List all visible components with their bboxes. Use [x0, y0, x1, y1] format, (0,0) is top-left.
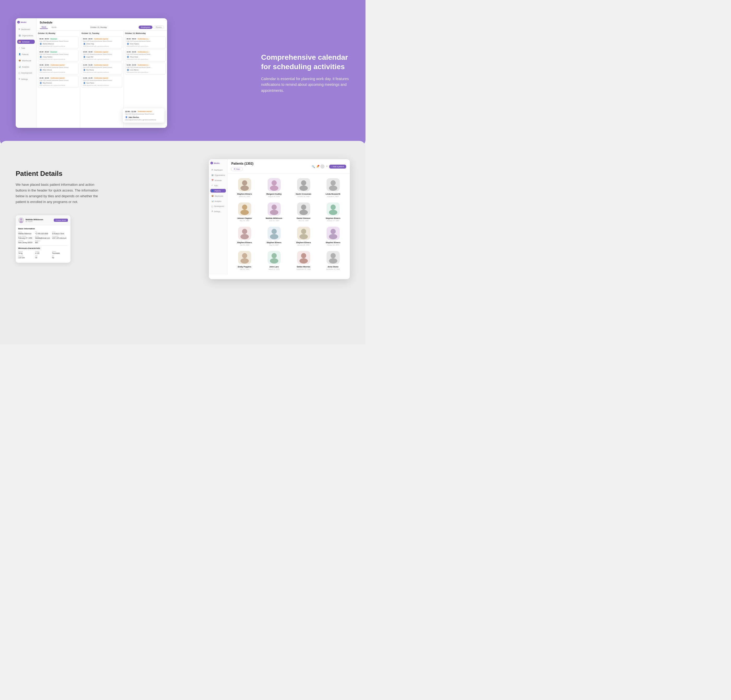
svg-point-14 — [301, 205, 306, 210]
appointment-card[interactable]: 11:00 - 11:30 Confirmation required Cab … — [81, 63, 122, 74]
sidebar-label: Patients — [22, 53, 28, 55]
ps-item-analytics[interactable]: 📊 Analytics — [210, 199, 226, 203]
box-icon: 📦 — [211, 195, 214, 197]
svg-point-30 — [301, 253, 306, 258]
appointment-card[interactable]: 09:00 - 09:30 Confirmation required Cab … — [81, 37, 122, 48]
view-rooms[interactable]: Rooms — [154, 26, 164, 29]
sidebar-item-organizations[interactable]: 🏢 Organizations — [17, 34, 35, 38]
ps-item-settings[interactable]: ⚙ Settings — [210, 209, 226, 213]
appointment-desc: Initial appointment with a general pract… — [40, 85, 77, 86]
gear-icon[interactable]: ⚙ — [326, 165, 327, 167]
patient-card-8[interactable]: Stephen Elmers January 17, 1983 — [318, 200, 348, 224]
search-icon[interactable]: 🔍 — [312, 165, 315, 168]
sidebar-item-todo[interactable]: ✓ Todo — [17, 46, 35, 50]
patient-dob: March 03, 1965 — [239, 196, 250, 197]
appointment-cab: Cab #123 General practitioner Daniel Gim… — [125, 113, 162, 115]
patient-card-14[interactable]: John Lars March 14, 1975 — [259, 248, 289, 272]
gear-icon: ⚙ — [19, 78, 20, 80]
patient-dob: May 10, 1990 — [240, 220, 249, 221]
tab-month[interactable]: Month — [50, 26, 58, 29]
ps-item-organizations[interactable]: 🏢 Organizations — [210, 173, 226, 177]
ps-item-patients[interactable]: 👤 Patients — [210, 189, 226, 193]
day-header: October 13, Wednesday — [125, 32, 166, 34]
info-balance: Balance $40 — [35, 240, 51, 243]
patients-header: Patients (1302) ⚙ Filter 🔍 � — [228, 159, 350, 173]
patient-card-9[interactable]: Stephen Elmers July 02, 1993 — [230, 224, 259, 248]
svg-point-31 — [299, 258, 308, 264]
patient-photo — [268, 251, 280, 264]
appointment-card[interactable]: 10:00 - 10:30 Confirmation required Cab … — [81, 50, 122, 61]
appointment-card[interactable]: 09:00 - 09:30 Examined Cab #123 General … — [38, 50, 79, 61]
ps-item-warehouse[interactable]: 📦 Warehouse — [210, 194, 226, 198]
appointment-popup[interactable]: 12:00 - 12:30 Confirmation required Cab … — [123, 108, 164, 123]
patient-card-16[interactable]: Anna Stone December 01, 1982 — [318, 248, 348, 272]
svg-point-28 — [272, 253, 277, 258]
patient-description: Patient Details We have placed basic pat… — [16, 154, 104, 263]
info-dob: Date of birth February 27, 1959 — [18, 236, 34, 239]
patient-card-3[interactable]: Gavin Crossman October 16, 1968 — [289, 176, 318, 200]
logo-text: Medic — [21, 21, 26, 23]
avatar: 👤 — [40, 56, 42, 58]
logo-icon: + — [17, 21, 20, 23]
sidebar-item-analytics[interactable]: 📊 Analytics — [17, 65, 35, 69]
appointment-time: 10:00 - 10:30 Confirmation required — [40, 77, 77, 79]
patient-card-1[interactable]: Stephen Elmers March 03, 1965 — [230, 176, 259, 200]
schedule-header: Schedule Week Month October 10, Monday E… — [37, 18, 167, 31]
appointment-time: 09:00 - 09:30 Confirmation required — [83, 38, 120, 40]
patient-card-15[interactable]: Stefan Morries September 22, 1969 — [289, 248, 318, 272]
sidebar-item-dashboard[interactable]: ⊞ Dashboard — [17, 27, 35, 31]
patient-detail-body: Basic Information Name Matilda Wilkinson… — [16, 226, 70, 263]
patient-card-5[interactable]: Jekson Clapton May 10, 1990 — [230, 200, 259, 224]
status-badge: Confirmation re... — [137, 51, 150, 53]
appointment-card[interactable]: 11:00 - 11:30 Confirmation required Cab … — [81, 76, 122, 87]
patient-name: John Lars — [269, 266, 279, 268]
patient-desc-body: We have placed basic patient information… — [16, 182, 104, 205]
sidebar-item-schedule[interactable]: 📅 Schedule — [17, 40, 35, 44]
sidebar-item-development[interactable]: { } Development — [17, 71, 35, 75]
appointment-time: 10:00 - 10:30 Confirmation re... — [127, 51, 164, 53]
appointment-cab: Cab #123 General practitioner Daniel Gim… — [83, 79, 120, 81]
change-details-button[interactable]: Change details — [54, 219, 68, 222]
patient-dob: March 8, 1965 — [298, 220, 308, 221]
view-employees[interactable]: Employees — [139, 26, 153, 29]
patient-name: Stephen Elmers — [237, 241, 252, 244]
appointment-card[interactable]: 12:00 - 12:30 Confirmation re... Cab #12… — [125, 63, 166, 74]
appointment-card[interactable]: 10:00 - 10:30 Confirmation required Cab … — [38, 76, 79, 87]
patient-detail-card: Matilda Wilkinson ID: #1234 Change detai… — [16, 215, 70, 263]
patient-name: Stephen Elmers — [326, 241, 341, 244]
sidebar-item-warehouse[interactable]: 📦 Warehouse — [17, 59, 35, 63]
patient-card-11[interactable]: Stephen Elmers January 05, 1893 — [289, 224, 318, 248]
patient-card-13[interactable]: Emily Poppins July 02, 1993 — [230, 248, 259, 272]
svg-point-15 — [299, 210, 308, 215]
sidebar-item-settings[interactable]: ⚙ Settings — [17, 77, 35, 81]
date-nav: October 10, Monday — [90, 26, 107, 28]
patient-card-10[interactable]: Stephen Elmers May 31, 1987 — [259, 224, 289, 248]
appointment-patient: 👤 Jake Norton — [125, 116, 162, 119]
appointment-card[interactable]: 10:00 - 10:30 Confirmation required Cab … — [38, 63, 79, 74]
min-char-title: Minimum-characteristic — [18, 247, 68, 249]
user-avatar — [320, 164, 324, 168]
add-patient-button[interactable]: + Add a patient — [329, 165, 346, 168]
ps-item-todo[interactable]: ✓ Todo — [210, 184, 226, 187]
tab-week[interactable]: Week — [40, 26, 48, 29]
ps-item-schedule[interactable]: 📅 Schedule — [210, 179, 226, 182]
appointment-card[interactable]: 08:00 - 08:30 Examined Cab #123 General … — [38, 37, 79, 48]
patient-name: Margaret Audley — [266, 193, 282, 195]
info-address: Address New Jersey 00033 — [18, 240, 34, 243]
patient-card-2[interactable]: Margaret Audley August 26, 1984 — [259, 176, 289, 200]
ps-item-dashboard[interactable]: ⊞ Dashboard — [210, 168, 226, 172]
info-no: No No — [52, 255, 68, 259]
patient-card-7[interactable]: Daniel Gimson March 8, 1965 — [289, 200, 318, 224]
appointment-time: 11:00 - 11:30 Confirmation required — [83, 64, 120, 66]
ps-item-development[interactable]: { } Development — [210, 205, 226, 208]
sidebar-item-patients[interactable]: 👤 Patients — [17, 52, 35, 56]
patient-card-4[interactable]: Linda Bosworth October 6, 1964 — [318, 176, 348, 200]
patient-photo — [238, 227, 251, 240]
patient-card-6[interactable]: Matilda Wilkinson June 24, 1964 — [259, 200, 289, 224]
appointment-card[interactable]: 10:00 - 10:30 Confirmation re... Cab #12… — [125, 50, 166, 61]
notification-bell[interactable]: 🔔 — [316, 165, 319, 167]
patient-photo — [327, 227, 340, 240]
filter-button[interactable]: ⚙ Filter — [231, 167, 242, 171]
appointment-card[interactable]: 08:00 - 08:30 Confirmation re... Cab #12… — [125, 37, 166, 48]
patient-card-12[interactable]: Stephen Elmers October 30, 1873 — [318, 224, 348, 248]
